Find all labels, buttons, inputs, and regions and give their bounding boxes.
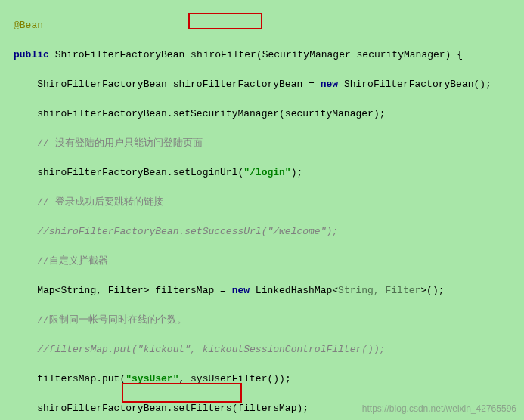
comment: //自定义拦截器 <box>14 255 108 267</box>
annotation-bean: @Bean <box>14 20 43 31</box>
code-text: shiroFilterFactoryBean.setSecurityManage… <box>14 108 385 119</box>
code-text: ShiroFilterFactoryBean(); <box>338 79 491 90</box>
code-text: shiroFilterFactoryBean.setLoginUrl( <box>14 167 243 178</box>
code-text: LinkedHashMap< <box>250 285 338 296</box>
method-name-part1: sh <box>191 49 203 60</box>
method-name-part2: iroFilter <box>203 49 256 60</box>
comment: //filtersMap.put("kickout", kickoutSessi… <box>14 344 385 355</box>
comment: //限制同一帐号同时在线的个数。 <box>14 314 187 326</box>
keyword-new: new <box>232 285 250 296</box>
param-type: SecurityManager <box>262 49 351 60</box>
return-type: ShiroFilterFactoryBean <box>55 49 185 60</box>
code-text: , sysUserFilter()); <box>178 373 290 384</box>
code-text: shiroFilterFactoryBean.setFilters(filter… <box>14 403 309 414</box>
code-text: >(); <box>420 285 444 296</box>
code-text: ShiroFilterFactoryBean shiroFilterFactor… <box>14 79 321 90</box>
param-name: securityManager <box>357 49 445 60</box>
code-text: ); <box>291 167 303 178</box>
string-literal: "sysUser" <box>126 373 178 384</box>
code-block: @Bean public ShiroFilterFactoryBean shir… <box>0 0 524 420</box>
watermark-text: https://blog.csdn.net/weixin_42765596 <box>362 402 516 415</box>
string-literal: "/login" <box>243 167 290 178</box>
keyword-public: public <box>14 49 49 60</box>
comment: // 没有登陆的用户只能访问登陆页面 <box>14 137 203 149</box>
comment: // 登录成功后要跳转的链接 <box>14 196 163 208</box>
type-param: String, Filter <box>338 285 420 296</box>
code-text: filtersMap.put( <box>14 373 126 384</box>
comment: //shiroFilterFactoryBean.setSuccessUrl("… <box>14 226 338 237</box>
keyword-new: new <box>321 79 338 90</box>
code-text: Map<String, Filter> filtersMap = <box>14 285 232 296</box>
